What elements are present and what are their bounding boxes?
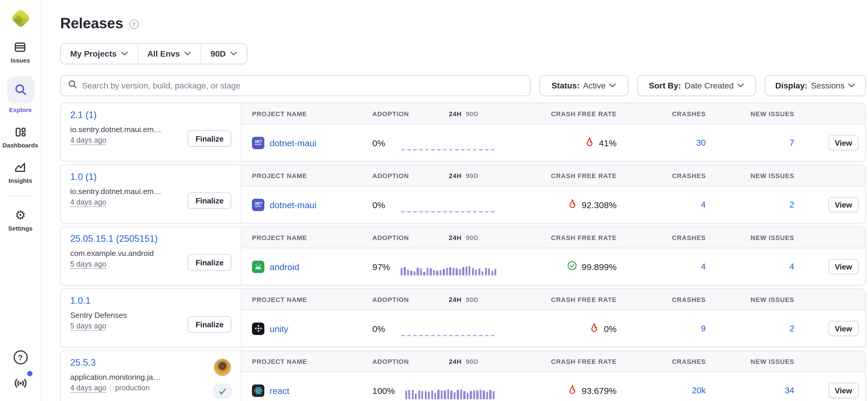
- search-magnifier-icon: [13, 82, 27, 97]
- finalize-button[interactable]: Finalize: [188, 254, 231, 271]
- crashes-count-link[interactable]: 20k: [623, 386, 712, 395]
- crashes-count-link[interactable]: 4: [623, 262, 712, 271]
- project-link[interactable]: dotnet-maui: [270, 138, 316, 148]
- adoption-dashed-line: [401, 335, 494, 336]
- project-row: react 100% 93.679%: [241, 372, 866, 401]
- view-button[interactable]: View: [828, 321, 859, 336]
- col-crashes: CRASHES: [623, 234, 712, 241]
- whats-new-button[interactable]: [13, 376, 28, 392]
- release-summary-panel: 25.05.15.1 (2505151) com.example.vu.andr…: [61, 227, 241, 285]
- release-project-table: PROJECT NAME ADOPTION 24H 90D CRASH FREE…: [241, 227, 866, 285]
- sidebar-label-explore: Explore: [9, 106, 32, 113]
- view-button[interactable]: View: [828, 197, 859, 212]
- finalize-button[interactable]: Finalize: [188, 192, 231, 209]
- sort-by-dropdown[interactable]: Sort By: Date Created: [637, 75, 756, 96]
- chevron-down-icon: [184, 51, 191, 56]
- release-version-link[interactable]: 1.0 (1): [70, 172, 97, 182]
- new-issues-count-link[interactable]: 2: [712, 200, 800, 209]
- view-button[interactable]: View: [828, 135, 859, 151]
- release-card: 1.0 (1) io.sentry.dotnet.maui.em… 4 days…: [60, 165, 866, 224]
- broadcast-icon: [13, 381, 28, 391]
- col-adoption: ADOPTION 24H 90D: [369, 172, 502, 179]
- chevron-down-icon: [609, 83, 616, 88]
- period-toggle-90d[interactable]: 90D: [466, 172, 478, 179]
- period-toggle-90d[interactable]: 90D: [466, 296, 478, 303]
- release-package: com.example.vu.android: [70, 249, 177, 258]
- finalized-check-badge[interactable]: [214, 385, 231, 398]
- project-filter-value: My Projects: [70, 49, 117, 58]
- col-project-name: PROJECT NAME: [241, 296, 369, 303]
- release-age[interactable]: 4 days ago: [70, 384, 106, 392]
- environment-filter-value: All Envs: [147, 49, 180, 58]
- period-toggle-24h[interactable]: 24H: [449, 234, 461, 241]
- crash-free-value: 99.899%: [582, 262, 617, 272]
- release-search-input[interactable]: [82, 81, 523, 90]
- search-row: Status: Active Sort By: Date Created Dis…: [60, 75, 866, 96]
- new-issues-count-link[interactable]: 7: [712, 138, 800, 147]
- issues-icon: [14, 41, 27, 54]
- period-toggle-24h[interactable]: 24H: [449, 296, 461, 303]
- period-toggle-24h[interactable]: 24H: [449, 172, 461, 179]
- date-range-dropdown[interactable]: 90D: [200, 44, 246, 64]
- period-toggle-24h[interactable]: 24H: [449, 358, 461, 365]
- period-toggle-90d[interactable]: 90D: [466, 110, 478, 117]
- project-link[interactable]: unity: [270, 324, 288, 333]
- sidebar-item-issues[interactable]: Issues: [11, 41, 30, 64]
- status-dropdown[interactable]: Status: Active: [539, 75, 628, 96]
- col-adoption: ADOPTION 24H 90D: [369, 234, 502, 241]
- release-age[interactable]: 5 days ago: [70, 260, 106, 268]
- release-card: 2.1 (1) io.sentry.dotnet.maui.em… 4 days…: [60, 103, 866, 162]
- view-button[interactable]: View: [828, 259, 859, 274]
- release-summary-panel: 1.0.1 Sentry Defenses 5 days ago Finaliz…: [61, 289, 241, 347]
- search-box: [60, 75, 530, 96]
- new-issues-count-link[interactable]: 34: [712, 386, 800, 395]
- period-toggle-90d[interactable]: 90D: [466, 234, 478, 241]
- project-link[interactable]: react: [270, 386, 289, 395]
- release-project-table: PROJECT NAME ADOPTION 24H 90D CRASH FREE…: [241, 165, 866, 223]
- crash-free-value: 93.679%: [582, 386, 617, 395]
- notification-dot: [27, 371, 32, 376]
- react-platform-icon: [252, 384, 265, 397]
- sidebar-item-insights[interactable]: Insights: [8, 161, 32, 184]
- sidebar: Issues Explore Dashbo: [0, 0, 41, 401]
- finalize-button[interactable]: Finalize: [188, 316, 231, 333]
- finalize-button[interactable]: Finalize: [188, 130, 231, 147]
- release-version-link[interactable]: 1.0.1: [70, 295, 91, 306]
- release-version-link[interactable]: 25.05.15.1 (2505151): [70, 234, 158, 244]
- environment-filter-dropdown[interactable]: All Envs: [137, 44, 200, 64]
- project-link[interactable]: dotnet-maui: [270, 200, 316, 210]
- sidebar-item-dashboards[interactable]: Dashboards: [2, 126, 38, 148]
- release-version-link[interactable]: 2.1 (1): [70, 110, 97, 120]
- view-button[interactable]: View: [828, 383, 859, 398]
- adoption-header-label: ADOPTION: [372, 172, 409, 179]
- release-age[interactable]: 5 days ago: [70, 322, 106, 330]
- project-filter-dropdown[interactable]: My Projects: [61, 44, 137, 64]
- chevron-down-icon: [121, 51, 128, 56]
- new-issues-count-link[interactable]: 4: [712, 262, 800, 271]
- new-issues-count-link[interactable]: 2: [712, 324, 800, 333]
- help-icon[interactable]: ?: [13, 350, 27, 364]
- sidebar-bottom: ?: [13, 350, 28, 401]
- explore-active-highlight: [7, 76, 34, 103]
- col-crashes: CRASHES: [623, 296, 712, 303]
- checkmark-icon: [218, 388, 226, 395]
- project-link[interactable]: android: [270, 262, 299, 272]
- release-summary-panel: 2.1 (1) io.sentry.dotnet.maui.em… 4 days…: [61, 103, 241, 161]
- release-age[interactable]: 4 days ago: [70, 198, 106, 206]
- sentry-logo[interactable]: [10, 8, 30, 28]
- sidebar-item-explore[interactable]: Explore: [7, 76, 34, 113]
- fire-icon: [568, 384, 577, 397]
- display-dropdown[interactable]: Display: Sessions: [765, 75, 866, 96]
- col-project-name: PROJECT NAME: [241, 358, 369, 365]
- crashes-count-link[interactable]: 4: [623, 200, 712, 209]
- release-version-link[interactable]: 25.5.3: [70, 357, 96, 368]
- period-toggle-90d[interactable]: 90D: [466, 358, 478, 365]
- crashes-count-link[interactable]: 30: [623, 138, 712, 147]
- sidebar-item-settings[interactable]: ⚙ Settings: [8, 209, 33, 232]
- period-toggle-24h[interactable]: 24H: [449, 110, 461, 117]
- release-age[interactable]: 4 days ago: [70, 136, 106, 144]
- crashes-count-link[interactable]: 9: [623, 324, 712, 333]
- display-label: Display:: [775, 81, 808, 90]
- adoption-percent: 0%: [372, 138, 401, 148]
- releases-help-icon[interactable]: ?: [129, 20, 139, 29]
